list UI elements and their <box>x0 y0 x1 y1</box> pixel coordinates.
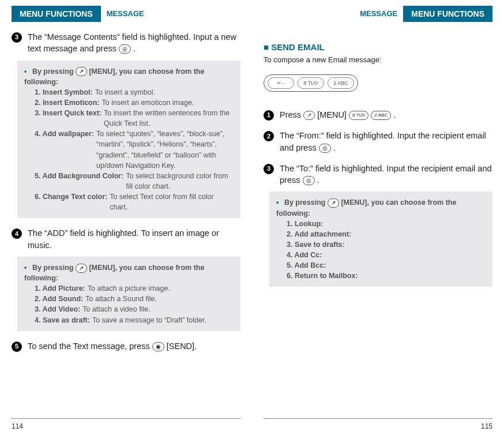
rn-i3: 3. Save to drafts: <box>287 239 345 250</box>
step-5-a: To send the Text message, press <box>28 342 152 351</box>
n2-i3-lbl: 3. Add Video: <box>35 304 80 314</box>
step-4-text: The “ADD” field is highlighted. To inser… <box>28 228 219 249</box>
menu-key-icon: ↗ <box>76 264 87 273</box>
step-number-icon: 2 <box>264 131 274 141</box>
bullet-icon: • <box>24 264 27 272</box>
key-8-icon: 8 TUV <box>298 77 324 89</box>
send-key-icon: ◉ <box>152 342 164 351</box>
bullet-icon: • <box>276 198 279 207</box>
note-box-2: • By pressing ↗ [MENU], you can choose f… <box>17 257 240 331</box>
step-3-end: . <box>131 44 136 53</box>
step-5: 5 To send the Text message, press ◉ [SEN… <box>12 340 240 352</box>
r-step-2: 2 The “From:” field is highlighted. Inpu… <box>264 130 492 153</box>
step-number-icon: 3 <box>12 32 22 43</box>
note-box-1: • By pressing ↗ [MENU], you can choose f… <box>17 61 240 219</box>
n1-i5-lbl: 5. Add Background Color: <box>35 171 123 192</box>
r-step1-c: . <box>393 110 396 119</box>
right-tab-sub: MESSAGE <box>354 6 403 21</box>
n2-i2-desc: To attach a Sound file. <box>85 294 157 304</box>
step-number-icon: 5 <box>12 342 22 352</box>
r-step3-end: . <box>317 175 319 185</box>
r-step-3: 3 The “To:” field is highlighted. Input … <box>264 163 492 186</box>
n1-i6-lbl: 6. Change Text color: <box>35 192 107 212</box>
rn-i2: 2. Add attachment: <box>287 229 351 239</box>
ok-icon: ◎ <box>303 176 315 185</box>
step-3: 3 The “Message Contents” field is highli… <box>12 31 240 55</box>
r-step2-text: The “From:” field is highlighted. Input … <box>280 131 486 152</box>
step-4: 4 The “ADD” field is highlighted. To ins… <box>12 227 240 251</box>
step-number-icon: 1 <box>264 110 274 121</box>
n2-i4-desc: To save a message to “Draft” folder. <box>92 315 206 325</box>
section-subtext: To compose a new Email message: <box>264 55 492 64</box>
n1-i2-lbl: 2. Insert Emoticon: <box>35 97 100 108</box>
section-title-text: SEND EMAIL <box>271 42 325 52</box>
footer-rule <box>12 418 240 419</box>
n2-i2-lbl: 2. Add Sound: <box>35 294 83 304</box>
step-5-b: [SEND]. <box>167 342 197 351</box>
n1-i1-desc: To insert a symbol. <box>95 87 155 97</box>
ok-icon: ◎ <box>119 44 131 54</box>
n1-i3-desc: To insert the written sentences from the… <box>104 108 234 129</box>
note-box-right: • By pressing ↗ [MENU], you can choose f… <box>269 192 492 287</box>
n2-i3-desc: To attach a video file. <box>82 304 150 314</box>
key-sequence-graphic: ✂·· 8 TUV 2 ABC <box>264 74 358 92</box>
n2-i1-desc: To attach a picture image. <box>88 283 170 294</box>
menu-key-icon: ↗ <box>76 67 87 76</box>
n1-i2-desc: To insert an emoticon image. <box>102 97 194 108</box>
key-2-icon: 2 ABC <box>371 111 391 120</box>
rn-i5: 5. Add Bcc: <box>287 260 326 271</box>
r-step1-a: Press <box>280 110 301 119</box>
n1-i4-desc: To select “quotes”, “leaves”, “block-sue… <box>96 129 234 171</box>
r-step-1: 1 Press ↗ [MENU] 8 TUV 2 ABC . <box>264 109 492 121</box>
note2-lead-a: By pressing <box>32 264 74 272</box>
note1-lead-a: By pressing <box>32 68 74 76</box>
left-tab-sub: MESSAGE <box>101 6 150 21</box>
step-number-icon: 3 <box>264 164 274 174</box>
rn-i4: 4. Add Cc: <box>287 250 322 260</box>
menu-key-icon: ↗ <box>303 111 315 120</box>
key-8-icon: 8 TUV <box>349 111 369 120</box>
footer-rule <box>264 418 492 419</box>
key-menu-icon: ✂·· <box>268 77 294 89</box>
n1-i3-lbl: 3. Insert Quick text: <box>35 108 101 129</box>
section-title: ■ SEND EMAIL <box>264 42 492 52</box>
rnote-lead-a: By pressing <box>284 198 326 207</box>
n1-i4-lbl: 4. Add wallpaper: <box>35 129 94 171</box>
square-icon: ■ <box>264 42 269 52</box>
ok-icon: ◎ <box>319 144 331 153</box>
page-number-left: 114 <box>12 422 23 430</box>
r-step2-end: . <box>333 143 336 152</box>
step-number-icon: 4 <box>12 228 22 239</box>
bullet-icon: • <box>24 68 27 76</box>
n2-i1-lbl: 1. Add Picture: <box>35 283 85 294</box>
rn-i1: 1. Lookup: <box>287 219 323 229</box>
menu-key-icon: ↗ <box>328 198 339 208</box>
n2-i4-lbl: 4. Save as draft: <box>35 315 90 325</box>
right-tab-main: MENU FUNCTIONS <box>403 6 492 22</box>
page-number-right: 115 <box>481 422 492 430</box>
n1-i5-desc: To select background color from fill col… <box>126 171 234 192</box>
r-step1-b: [MENU] <box>317 110 347 119</box>
left-tab-main: MENU FUNCTIONS <box>12 6 101 22</box>
rn-i6: 6. Return to Mailbox: <box>287 271 358 281</box>
n1-i1-lbl: 1. Insert Symbol: <box>35 87 93 97</box>
key-2-icon: 2 ABC <box>328 77 354 89</box>
n1-i6-desc: To select Text color from fill color cha… <box>110 192 234 212</box>
